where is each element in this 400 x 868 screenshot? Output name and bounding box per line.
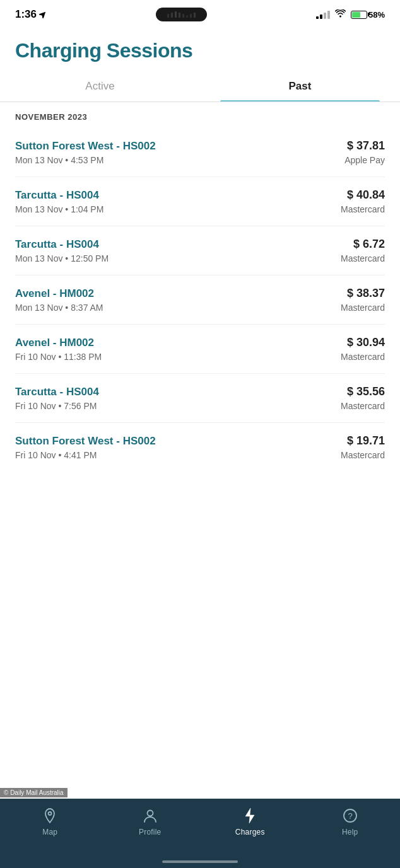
wifi-icon <box>335 9 346 20</box>
session-row[interactable]: Tarcutta - HS004 Mon 13 Nov • 12:50 PM $… <box>15 226 385 275</box>
nav-item-charges[interactable]: Charges <box>200 807 300 836</box>
session-row[interactable]: Tarcutta - HS004 Fri 10 Nov • 7:56 PM $ … <box>15 374 385 423</box>
profile-icon <box>142 807 158 824</box>
session-row[interactable]: Tarcutta - HS004 Mon 13 Nov • 1:04 PM $ … <box>15 177 385 226</box>
svg-marker-0 <box>39 11 47 18</box>
signal-icon <box>316 11 330 19</box>
session-row[interactable]: Sutton Forest West - HS002 Fri 10 Nov • … <box>15 423 385 472</box>
session-datetime: Mon 13 Nov • 1:04 PM <box>15 204 103 214</box>
session-payment-method: Mastercard <box>341 253 385 263</box>
session-name: Sutton Forest West - HS002 <box>15 435 156 448</box>
session-datetime: Mon 13 Nov • 8:37 AM <box>15 303 103 313</box>
location-arrow-icon <box>39 11 47 18</box>
session-info: Sutton Forest West - HS002 Fri 10 Nov • … <box>15 435 156 460</box>
session-payment-info: $ 40.84 Mastercard <box>341 188 385 214</box>
session-payment-info: $ 37.81 Apple Pay <box>344 139 385 165</box>
audio-bars <box>167 11 196 18</box>
session-payment-info: $ 6.72 Mastercard <box>341 238 385 263</box>
session-payment-method: Apple Pay <box>344 155 385 165</box>
tab-active-label: Active <box>85 80 114 92</box>
session-payment-method: Mastercard <box>341 303 385 313</box>
session-payment-method: Mastercard <box>341 401 385 411</box>
tab-past[interactable]: Past <box>200 72 400 101</box>
home-indicator <box>162 860 238 863</box>
session-payment-method: Mastercard <box>341 450 385 460</box>
session-payment-info: $ 30.94 Mastercard <box>341 336 385 362</box>
session-info: Avenel - HM002 Fri 10 Nov • 11:38 PM <box>15 337 102 362</box>
session-info: Tarcutta - HS004 Fri 10 Nov • 7:56 PM <box>15 386 99 411</box>
nav-label-map: Map <box>42 828 57 836</box>
session-datetime: Mon 13 Nov • 4:53 PM <box>15 155 156 165</box>
session-amount: $ 37.81 <box>344 139 385 153</box>
status-bar: 1:36 <box>0 0 400 26</box>
session-datetime: Fri 10 Nov • 11:38 PM <box>15 352 102 362</box>
session-name: Avenel - HM002 <box>15 337 102 349</box>
session-row[interactable]: Avenel - HM002 Fri 10 Nov • 11:38 PM $ 3… <box>15 325 385 374</box>
session-info: Tarcutta - HS004 Mon 13 Nov • 12:50 PM <box>15 238 109 263</box>
session-name: Tarcutta - HS004 <box>15 189 103 202</box>
status-indicators: 58% <box>316 9 385 20</box>
month-header: NOVEMBER 2023 <box>0 102 400 128</box>
main-content: Charging Sessions Active Past NOVEMBER 2… <box>0 26 400 541</box>
nav-label-help: Help <box>342 828 358 836</box>
session-datetime: Mon 13 Nov • 12:50 PM <box>15 253 109 263</box>
battery-percent: 58% <box>368 10 385 20</box>
session-amount: $ 40.84 <box>341 188 385 202</box>
tab-past-label: Past <box>289 80 312 92</box>
session-amount: $ 38.37 <box>341 287 385 300</box>
nav-item-profile[interactable]: Profile <box>100 807 201 836</box>
bottom-nav: Map Profile Charges ? Help <box>0 799 400 868</box>
session-name: Avenel - HM002 <box>15 287 103 300</box>
nav-item-map[interactable]: Map <box>0 807 100 836</box>
session-payment-method: Mastercard <box>341 204 385 214</box>
session-amount: $ 30.94 <box>341 336 385 349</box>
session-info: Tarcutta - HS004 Mon 13 Nov • 1:04 PM <box>15 189 103 214</box>
battery-indicator: 58% <box>351 10 385 20</box>
dynamic-island <box>156 8 207 21</box>
session-list: Sutton Forest West - HS002 Mon 13 Nov • … <box>0 128 400 472</box>
session-datetime: Fri 10 Nov • 4:41 PM <box>15 450 156 460</box>
session-info: Avenel - HM002 Mon 13 Nov • 8:37 AM <box>15 287 103 313</box>
session-row[interactable]: Sutton Forest West - HS002 Mon 13 Nov • … <box>15 128 385 177</box>
status-time: 1:36 <box>15 8 47 21</box>
nav-item-help[interactable]: ? Help <box>300 807 401 836</box>
session-amount: $ 35.56 <box>341 385 385 398</box>
svg-text:?: ? <box>348 811 352 821</box>
nav-label-charges: Charges <box>235 828 265 836</box>
tab-bar: Active Past <box>0 72 400 102</box>
session-payment-info: $ 38.37 Mastercard <box>341 287 385 313</box>
svg-marker-3 <box>245 808 254 823</box>
session-name: Tarcutta - HS004 <box>15 386 99 398</box>
tab-active[interactable]: Active <box>0 72 200 101</box>
session-amount: $ 19.71 <box>341 434 385 448</box>
session-name: Sutton Forest West - HS002 <box>15 140 156 153</box>
session-name: Tarcutta - HS004 <box>15 238 109 251</box>
session-payment-info: $ 35.56 Mastercard <box>341 385 385 411</box>
help-icon: ? <box>342 807 358 824</box>
battery-icon <box>351 11 367 19</box>
session-payment-method: Mastercard <box>341 352 385 362</box>
session-datetime: Fri 10 Nov • 7:56 PM <box>15 401 99 411</box>
session-amount: $ 6.72 <box>341 238 385 251</box>
svg-point-2 <box>147 811 153 816</box>
svg-point-1 <box>49 812 52 815</box>
session-payment-info: $ 19.71 Mastercard <box>341 434 385 460</box>
charges-icon <box>242 807 258 824</box>
page-title: Charging Sessions <box>0 26 400 72</box>
clock: 1:36 <box>15 8 37 21</box>
nav-label-profile: Profile <box>139 828 161 836</box>
session-row[interactable]: Avenel - HM002 Mon 13 Nov • 8:37 AM $ 38… <box>15 275 385 325</box>
map-icon <box>42 807 58 824</box>
watermark: © Daily Mail Australia <box>0 788 68 797</box>
session-info: Sutton Forest West - HS002 Mon 13 Nov • … <box>15 140 156 165</box>
